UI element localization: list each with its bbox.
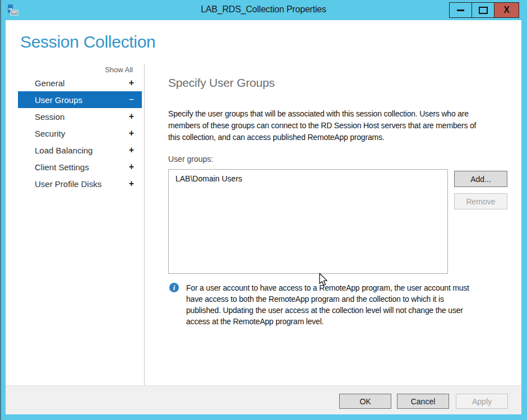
close-button[interactable]: X (494, 2, 519, 18)
expand-icon[interactable]: + (129, 128, 134, 138)
description-line: Specify the user groups that will be ass… (168, 108, 476, 120)
collapse-icon[interactable]: − (129, 95, 134, 105)
maximize-button[interactable] (471, 2, 494, 18)
sidebar-item-label: Load Balancing (35, 146, 93, 155)
sidebar-item-label: Security (35, 129, 65, 138)
note-line: For a user account to have access to a R… (186, 282, 469, 293)
apply-button: Apply (456, 394, 508, 409)
add-button[interactable]: Add... (454, 171, 507, 187)
section-description: Specify the user groups that will be ass… (168, 108, 476, 143)
section-heading: Specify User Groups (168, 76, 275, 90)
user-groups-listbox[interactable]: LAB\Domain Users (168, 169, 448, 274)
titlebar[interactable]: LAB_RDS_Collection Properties X (0, 0, 527, 20)
note-line: have access to both the RemoteApp progra… (186, 293, 469, 305)
expand-icon[interactable]: + (129, 179, 134, 189)
show-all-link[interactable]: Show All (18, 66, 133, 74)
info-icon: i (169, 283, 179, 292)
close-icon: X (503, 6, 510, 15)
remove-button: Remove (454, 193, 507, 209)
sidebar-item-label: Session (35, 112, 64, 122)
properties-dialog: LAB_RDS_Collection Properties X Session … (0, 0, 527, 420)
sidebar-item-client-settings[interactable]: Client Settings + (18, 158, 142, 175)
window-left-edge (0, 0, 1, 420)
sidebar-item-label: General (35, 78, 64, 88)
window-controls: X (450, 2, 519, 18)
sidebar-item-label: Client Settings (35, 162, 89, 172)
sidebar-item-label: User Profile Disks (35, 179, 101, 189)
minimize-icon (457, 10, 464, 11)
expand-icon[interactable]: + (129, 78, 134, 88)
sidebar-item-security[interactable]: Security + (18, 125, 142, 142)
sidebar-divider (144, 64, 145, 388)
description-line: this collection, and can access publishe… (168, 132, 476, 143)
cancel-button[interactable]: Cancel (397, 394, 449, 409)
sidebar-item-general[interactable]: General + (18, 74, 142, 91)
sidebar-item-load-balancing[interactable]: Load Balancing + (18, 142, 142, 158)
note-line: published. Updating the user access at t… (186, 305, 469, 316)
expand-icon[interactable]: + (129, 162, 134, 172)
footer: OK Cancel Apply (6, 385, 521, 414)
info-note: For a user account to have access to a R… (186, 282, 469, 327)
user-groups-label: User groups: (168, 155, 213, 164)
expand-icon[interactable]: + (129, 145, 134, 155)
sidebar-item-user-profile-disks[interactable]: User Profile Disks + (18, 175, 142, 192)
page-title: Session Collection (20, 32, 155, 52)
note-line: access at the RemoteApp program level. (186, 316, 469, 327)
sidebar-nav: General + User Groups − Session + Securi… (18, 74, 142, 192)
maximize-icon (479, 7, 488, 14)
list-item-user-group[interactable]: LAB\Domain Users (169, 170, 447, 183)
description-line: members of these groups can connect to t… (168, 120, 476, 132)
ok-button[interactable]: OK (339, 394, 391, 409)
sidebar-item-session[interactable]: Session + (18, 108, 142, 125)
window-title: LAB_RDS_Collection Properties (0, 4, 527, 15)
sidebar-item-user-groups[interactable]: User Groups − (18, 91, 142, 108)
minimize-button[interactable] (449, 2, 472, 18)
sidebar-item-label: User Groups (35, 95, 82, 105)
dialog-content: Session Collection Show All General + Us… (6, 20, 521, 414)
expand-icon[interactable]: + (129, 111, 134, 122)
